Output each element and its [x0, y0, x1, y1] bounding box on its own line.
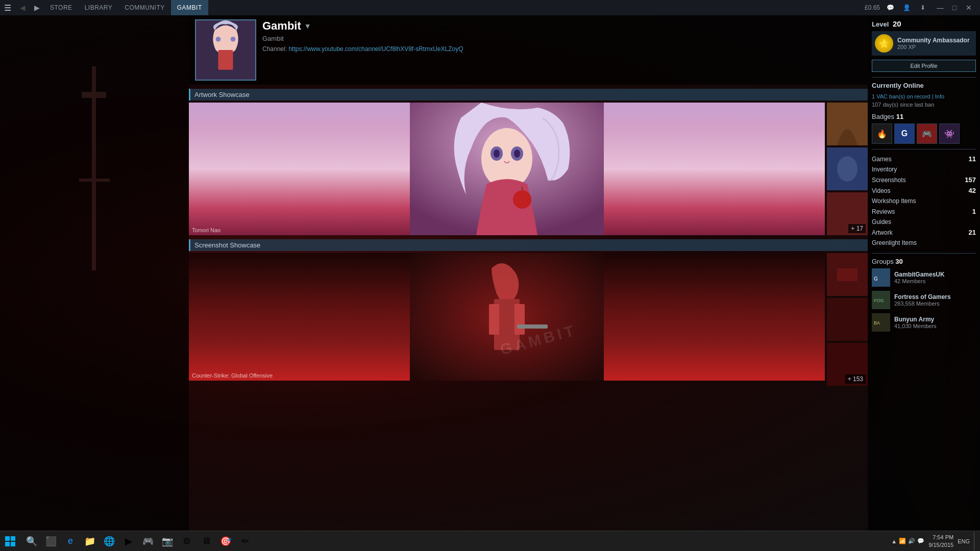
groups-count: 30: [895, 258, 902, 265]
artwork-stat[interactable]: Artwork 21: [872, 227, 976, 238]
games-stat[interactable]: Games 11: [872, 154, 976, 164]
screenshot-side-3[interactable]: + 153: [827, 343, 868, 386]
screenshot-side-images: + 153: [827, 253, 868, 386]
taskbar-steam[interactable]: 🎮: [139, 532, 157, 550]
clock-time: 7:54 PM: [928, 534, 953, 541]
taskbar-task-view[interactable]: ⬛: [42, 532, 60, 550]
notification-icon[interactable]: 💬: [917, 538, 924, 544]
guides-label: Guides: [872, 218, 891, 226]
taskbar-explorer[interactable]: 📁: [81, 532, 99, 550]
group-2[interactable]: FOG Fortress of Gamers 283,558 Members: [872, 291, 976, 309]
titlebar-right: £0.65 💬 👤 ⬇ — □ ✕: [865, 0, 980, 15]
profile-name: Gambit ▼: [262, 19, 862, 33]
reviews-stat[interactable]: Reviews 1: [872, 206, 976, 217]
artwork-anime-art: [189, 103, 825, 235]
screenshot-main-image[interactable]: GAMBIT Counter-Strike: Global Offensive: [189, 253, 825, 381]
vac-text: 1 VAC ban(s) on record |: [872, 93, 934, 99]
taskbar-search[interactable]: 🔍: [22, 532, 41, 550]
taskbar-misc5[interactable]: ✏: [236, 532, 254, 550]
up-arrow-icon[interactable]: ▲: [891, 538, 897, 544]
online-title: Currently Online: [872, 82, 976, 89]
screenshots-stat[interactable]: Screenshots 157: [872, 174, 976, 185]
level-section: Level 20 ⭐ Community Ambassador 200 XP E…: [872, 19, 976, 72]
workshop-stat[interactable]: Workshop Items: [872, 196, 976, 206]
artwork-side-images: + 17: [827, 103, 868, 235]
nav-store[interactable]: STORE: [44, 0, 79, 15]
volume-icon[interactable]: 🔊: [908, 538, 915, 544]
nav-library[interactable]: LIBRARY: [79, 0, 119, 15]
show-desktop-button[interactable]: [974, 532, 976, 550]
screenshot-art: GAMBIT: [189, 253, 825, 381]
badge-1[interactable]: 🔥: [872, 123, 892, 144]
artwork-showcase-grid: Tomori Nao + 17: [189, 103, 868, 235]
taskbar-tray: ▲ 📶 🔊 💬: [891, 538, 924, 544]
taskbar-misc1[interactable]: 📷: [158, 532, 177, 550]
svg-rect-38: [5, 542, 10, 546]
artwork-overlay-count[interactable]: + 17: [848, 224, 866, 233]
start-button[interactable]: [0, 531, 20, 552]
svg-rect-37: [11, 536, 15, 541]
taskbar-misc4[interactable]: 🎯: [216, 532, 235, 550]
artwork-main-image[interactable]: Tomori Nao: [189, 103, 825, 235]
stats-section: Games 11 Inventory Screenshots 157 Video…: [872, 149, 976, 248]
group-2-info: Fortress of Gamers 283,558 Members: [894, 293, 951, 307]
group-3-info: Bunyun Army 41,030 Members: [894, 316, 937, 329]
taskbar-chrome[interactable]: 🌐: [100, 532, 118, 550]
close-button[interactable]: ✕: [962, 0, 976, 15]
profile-channel: Channel: https://www.youtube.com/channel…: [262, 45, 862, 53]
minimize-button[interactable]: —: [933, 0, 947, 15]
notifications-button[interactable]: 💬: [884, 2, 896, 14]
taskbar-clock[interactable]: 7:54 PM 9/15/2015: [928, 534, 953, 548]
group-1-name: GambitGamesUK: [894, 271, 945, 278]
edit-profile-button[interactable]: Edit Profile: [872, 60, 976, 72]
svg-text:BA: BA: [874, 320, 880, 325]
taskbar-ie[interactable]: e: [61, 532, 80, 550]
badges-title: Badges 11: [872, 113, 976, 120]
artwork-side-2[interactable]: [827, 147, 868, 190]
group-3[interactable]: BA Bunyun Army 41,030 Members: [872, 313, 976, 332]
taskbar-misc2[interactable]: ⚙: [178, 532, 196, 550]
guides-stat[interactable]: Guides: [872, 217, 976, 227]
screenshot-side-1[interactable]: [827, 253, 868, 296]
screenshot-showcase-header: Screenshot Showcase: [189, 239, 868, 251]
svg-rect-36: [5, 536, 10, 541]
artwork-label: Artwork: [872, 229, 893, 236]
window-controls: — □ ✕: [933, 0, 976, 15]
screenshot-side-2[interactable]: [827, 298, 868, 341]
back-button[interactable]: ◀: [15, 0, 30, 15]
inventory-stat[interactable]: Inventory: [872, 164, 976, 174]
taskbar-misc3[interactable]: 🖥: [197, 532, 215, 550]
artwork-side-1[interactable]: [827, 103, 868, 145]
forward-button[interactable]: ▶: [30, 0, 44, 15]
left-panel: [0, 15, 189, 531]
taskbar-media[interactable]: ▶: [119, 532, 138, 550]
svg-rect-23: [514, 304, 525, 335]
nav-gambit[interactable]: GAMBIT: [171, 0, 208, 15]
greenlight-stat[interactable]: Greenlight Items: [872, 238, 976, 248]
hamburger-menu-button[interactable]: ☰: [0, 0, 15, 15]
badge-3[interactable]: 🎮: [917, 123, 937, 144]
level-number: 20: [893, 19, 901, 28]
badge-4[interactable]: 👾: [939, 123, 960, 144]
nav-links: STORE LIBRARY COMMUNITY GAMBIT: [44, 0, 208, 15]
group-1[interactable]: G GambitGamesUK 42 Members: [872, 268, 976, 287]
channel-url[interactable]: https://www.youtube.com/channel/UCf8lhXV…: [288, 45, 463, 53]
screenshot-overlay-count[interactable]: + 153: [845, 374, 866, 384]
profile-dropdown-icon[interactable]: ▼: [304, 22, 311, 30]
svg-rect-2: [79, 179, 110, 182]
vac-notice: 1 VAC ban(s) on record | Info: [872, 93, 976, 99]
nav-community[interactable]: COMMUNITY: [118, 0, 171, 15]
right-sidebar: Level 20 ⭐ Community Ambassador 200 XP E…: [868, 15, 980, 531]
avatar-button[interactable]: 👤: [900, 2, 913, 14]
maximize-button[interactable]: □: [947, 0, 962, 15]
badges-row: 🔥 G 🎮 👾: [872, 123, 976, 144]
taskbar: 🔍 ⬛ e 📁 🌐 ▶ 🎮 📷 ⚙ 🖥 🎯 ✏ ▲ 📶 🔊 💬 7:54 PM …: [0, 531, 980, 551]
download-button[interactable]: ⬇: [917, 2, 929, 14]
artwork-side-3[interactable]: + 17: [827, 192, 868, 235]
profile-avatar[interactable]: [195, 19, 256, 81]
avatar-image: [196, 20, 255, 80]
badge-2[interactable]: G: [894, 123, 915, 144]
videos-stat[interactable]: Videos 42: [872, 185, 976, 196]
vac-info-link[interactable]: Info: [935, 93, 944, 99]
group-1-members: 42 Members: [894, 278, 945, 284]
